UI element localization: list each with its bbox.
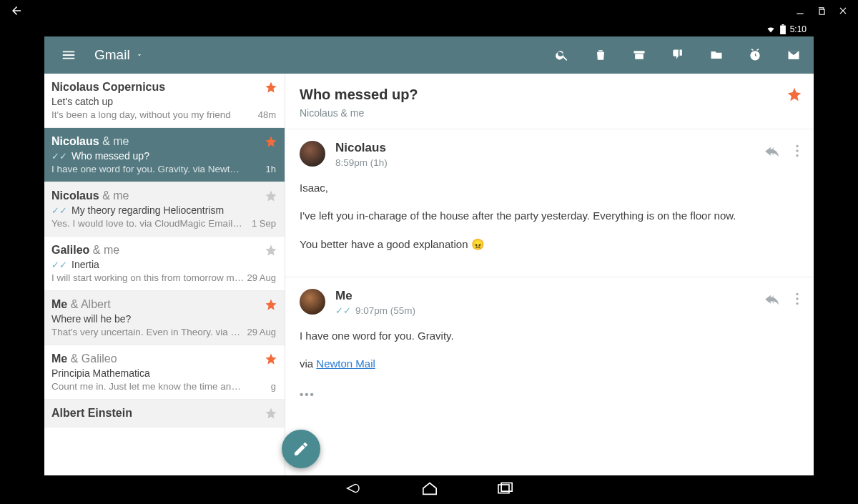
mail-icon[interactable] <box>781 42 807 68</box>
wifi-icon <box>766 25 776 34</box>
message-line: Isaac, <box>300 179 799 196</box>
account-dropdown[interactable]: Gmail <box>94 47 143 63</box>
nav-back-icon[interactable] <box>343 481 363 498</box>
thread-from: Albert Einstein <box>51 407 275 420</box>
svg-rect-2 <box>781 24 784 26</box>
thread-time: 29 Aug <box>247 327 277 337</box>
star-icon[interactable] <box>265 298 277 314</box>
back-icon[interactable] <box>10 4 23 17</box>
svg-point-4 <box>796 145 798 147</box>
thread-subject: Principia Mathematica <box>51 367 275 379</box>
archive-icon[interactable] <box>626 42 652 68</box>
star-icon[interactable] <box>265 244 277 260</box>
message-line: via Newton Mail <box>300 355 799 372</box>
battery-icon <box>780 24 786 34</box>
message-line: I've left you in-charage of the house af… <box>300 207 799 224</box>
thread-preview: I have one word for you. Gravity. via Ne… <box>51 164 245 174</box>
reply-all-icon[interactable] <box>764 292 781 308</box>
android-status-bar: 5:10 <box>44 21 814 36</box>
read-receipt-icon: ✓✓ <box>335 305 351 316</box>
thread-preview: Yes. I would love to. via CloudMagic Ema… <box>51 218 245 229</box>
action-bar: Gmail <box>44 36 814 74</box>
thread-from: Nicolaus & me <box>51 135 275 148</box>
delete-icon[interactable] <box>588 42 613 68</box>
thread-from: Me & Albert <box>51 298 275 311</box>
thread-item[interactable]: Nicolaus & me✓✓My theory regarding Helio… <box>44 182 285 237</box>
message-meta: ✓✓9:07pm (55m) <box>335 305 415 316</box>
via-link[interactable]: Newton Mail <box>316 357 375 370</box>
star-icon[interactable] <box>265 189 277 205</box>
avatar[interactable] <box>300 289 325 315</box>
thread-subject: ✓✓My theory regarding Heliocentrism <box>51 204 275 216</box>
folder-icon[interactable] <box>704 42 729 68</box>
thread-subject: ✓✓Who messed up? <box>51 150 275 162</box>
thread-item[interactable]: Nicolaus & me✓✓Who messed up?I have one … <box>44 128 285 182</box>
svg-point-6 <box>796 154 798 157</box>
svg-point-7 <box>796 292 798 295</box>
conversation-star-icon[interactable] <box>786 87 802 105</box>
message-from: Nicolaus <box>335 141 388 155</box>
svg-rect-0 <box>797 14 803 14</box>
overflow-icon[interactable] <box>795 144 799 161</box>
snooze-icon[interactable] <box>742 42 768 68</box>
message-line: You better have a good explanation 😠 <box>300 236 799 252</box>
thread-preview: I will start working on this from tomorr… <box>51 272 245 283</box>
thread-preview: Count me in. Just let me know the time a… <box>51 381 245 392</box>
thread-from: Nicolaus & me <box>51 189 275 202</box>
restore-icon[interactable] <box>817 6 827 16</box>
star-icon[interactable] <box>265 407 277 423</box>
minimize-icon[interactable] <box>795 6 805 16</box>
thread-item[interactable]: Nicolaus CopernicusLet's catch upIt's be… <box>44 74 285 128</box>
conversation-pane: Who messed up? Nicolaus & me Nicolaus8:5… <box>285 74 814 475</box>
conversation-header: Who messed up? Nicolaus & me <box>285 74 814 129</box>
svg-rect-1 <box>780 25 786 34</box>
thread-time: 29 Aug <box>247 272 277 283</box>
thread-list[interactable]: Nicolaus CopernicusLet's catch upIt's be… <box>44 74 285 475</box>
status-clock: 5:10 <box>790 24 807 34</box>
read-receipt-icon: ✓✓ <box>51 260 67 270</box>
compose-fab[interactable] <box>282 430 320 468</box>
star-icon[interactable] <box>265 135 277 151</box>
overflow-icon[interactable] <box>795 292 799 309</box>
thread-item[interactable]: Galileo & me✓✓InertiaI will start workin… <box>44 237 285 291</box>
message-body: Isaac,I've left you in-charage of the ho… <box>300 179 799 252</box>
thread-item[interactable]: Albert Einstein <box>44 400 285 428</box>
message-line: I have one word for you. Gravity. <box>300 327 799 344</box>
svg-point-5 <box>796 149 798 152</box>
thread-time: g <box>271 381 276 392</box>
message: Me✓✓9:07pm (55m)I have one word for you.… <box>285 277 814 416</box>
thread-from: Nicolaus Copernicus <box>51 81 275 94</box>
svg-point-9 <box>796 302 798 305</box>
thread-preview: It's been a long day, without you my fri… <box>51 109 245 120</box>
chevron-down-icon <box>136 51 143 59</box>
android-nav-bar <box>0 475 858 504</box>
close-icon[interactable] <box>838 6 848 16</box>
conversation-participants: Nicolaus & me <box>300 107 799 119</box>
thread-time: 1h <box>266 164 276 174</box>
star-icon[interactable] <box>265 352 277 368</box>
expand-quote-icon[interactable]: ••• <box>300 386 315 402</box>
thread-from: Me & Galileo <box>51 352 275 365</box>
nav-home-icon[interactable] <box>420 481 439 498</box>
message-body: I have one word for you. Gravity.via New… <box>300 327 799 403</box>
message-meta: 8:59pm (1h) <box>335 157 388 168</box>
message: Nicolaus8:59pm (1h)Isaac,I've left you i… <box>285 129 814 277</box>
reply-all-icon[interactable] <box>764 144 781 160</box>
avatar[interactable] <box>300 141 325 167</box>
search-icon[interactable] <box>549 42 575 68</box>
thread-subject: ✓✓Inertia <box>51 259 275 270</box>
thread-item[interactable]: Me & GalileoPrincipia MathematicaCount m… <box>44 345 285 400</box>
thread-subject: Let's catch up <box>51 96 275 107</box>
read-receipt-icon: ✓✓ <box>51 205 67 216</box>
star-icon[interactable] <box>265 81 277 97</box>
conversation-subject: Who messed up? <box>300 87 799 103</box>
account-label: Gmail <box>94 47 130 63</box>
nav-recent-icon[interactable] <box>496 481 515 498</box>
hamburger-icon[interactable] <box>56 42 82 68</box>
thumb-down-icon[interactable] <box>665 42 691 68</box>
thread-preview: That's very uncertain. Even in Theory. v… <box>51 327 245 337</box>
thread-from: Galileo & me <box>51 244 275 257</box>
os-titlebar <box>0 0 858 21</box>
thread-item[interactable]: Me & AlbertWhere will he be?That's very … <box>44 291 285 345</box>
thread-subject: Where will he be? <box>51 313 275 325</box>
